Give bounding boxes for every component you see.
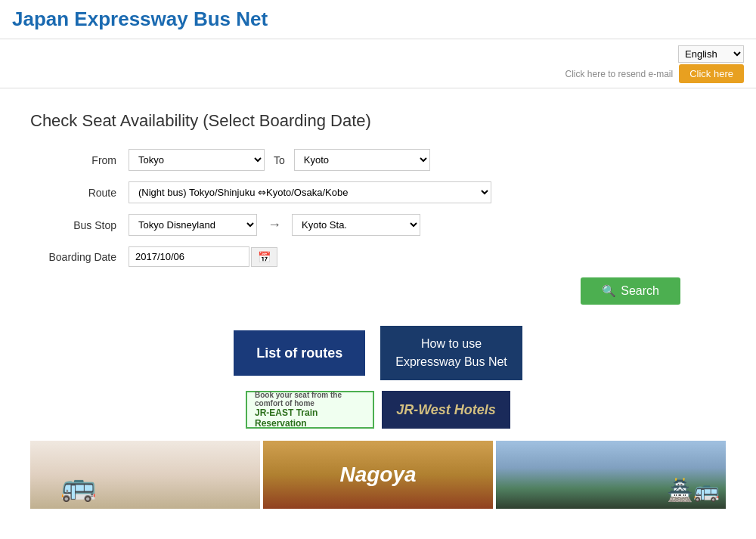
castle-photo bbox=[496, 441, 726, 509]
arrow-icon: → bbox=[268, 217, 281, 233]
how-to-use-button[interactable]: How to use Expressway Bus Net bbox=[380, 326, 522, 380]
site-title[interactable]: Japan Expressway Bus Net bbox=[12, 8, 268, 31]
language-select[interactable]: EnglishJapaneseChineseKorean bbox=[678, 45, 744, 63]
calendar-button[interactable]: 📅 bbox=[251, 247, 277, 267]
jr-east-banner-top: Book your seat from the comfort of home bbox=[255, 391, 365, 407]
search-button-label: Search bbox=[621, 284, 659, 298]
page-title: Check Seat Availability (Select Boarding… bbox=[30, 111, 726, 131]
jr-east-banner[interactable]: Book your seat from the comfort of home … bbox=[246, 391, 374, 429]
boarding-date-input[interactable] bbox=[129, 246, 249, 267]
bus-stop-to-select[interactable]: Kyoto Sta.OsakaKobe bbox=[292, 214, 420, 236]
jr-west-banner[interactable]: JR-West Hotels bbox=[382, 391, 510, 429]
nagoya-photo: Nagoya bbox=[263, 441, 493, 509]
click-here-button[interactable]: Click here bbox=[679, 64, 744, 83]
bus-stop-from-select[interactable]: Tokyo DisneylandShinjukuTokyo Station bbox=[129, 214, 257, 236]
route-label: Route bbox=[30, 187, 129, 199]
to-select[interactable]: KyotoTokyoOsakaNagoya bbox=[294, 149, 430, 171]
nagoya-label: Nagoya bbox=[339, 463, 416, 487]
route-select[interactable]: (Night bus) Tokyo/Shinjuku ⇔Kyoto/Osaka/… bbox=[129, 181, 491, 203]
from-label: From bbox=[30, 154, 129, 166]
how-to-use-line2: Expressway Bus Net bbox=[395, 355, 507, 368]
how-to-use-line1: How to use bbox=[421, 337, 482, 350]
boarding-date-label: Boarding Date bbox=[30, 251, 129, 263]
to-label: To bbox=[274, 154, 285, 166]
bus-photo-1 bbox=[30, 441, 260, 509]
jr-east-banner-bottom: JR-EAST Train Reservation bbox=[255, 407, 365, 429]
bus-stop-label: Bus Stop bbox=[30, 219, 129, 231]
search-button[interactable]: 🔍 Search bbox=[581, 277, 680, 305]
jr-west-banner-label: JR-West Hotels bbox=[396, 402, 496, 418]
resend-text: Click here to resend e-mail bbox=[565, 69, 673, 79]
list-of-routes-button[interactable]: List of routes bbox=[234, 330, 365, 376]
search-icon: 🔍 bbox=[602, 284, 616, 298]
from-select[interactable]: TokyoOsakaKyotoNagoya bbox=[129, 149, 265, 171]
